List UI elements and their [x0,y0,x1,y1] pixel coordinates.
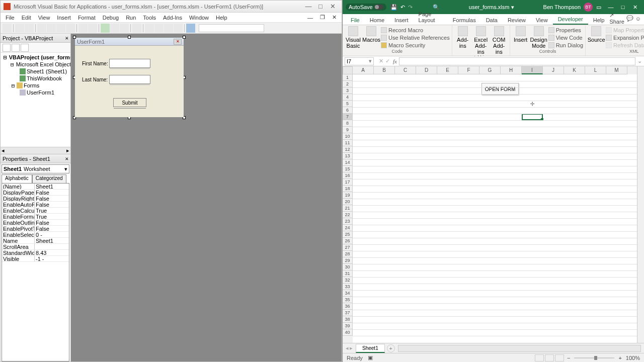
scroll-left-icon[interactable]: ◂ [2,147,5,154]
toolbar-break-icon[interactable] [110,24,119,33]
horizontal-scrollbar[interactable] [398,345,641,352]
toolbar-undo-icon[interactable] [78,24,88,33]
row-header-14[interactable]: 14 [343,159,353,166]
ribbon-properties[interactable]: Properties [548,26,583,34]
menu-help[interactable]: Help [213,14,230,22]
toolbar-save-icon[interactable] [25,24,34,33]
close-button[interactable]: ✕ [327,2,339,11]
row-header-15[interactable]: 15 [343,166,353,172]
sheet-nav-prev-icon[interactable]: ◂ [346,345,349,351]
property-row[interactable]: EnableCalculationTrue [2,208,69,214]
tab-alphabetic[interactable]: Alphabetic [2,174,32,183]
col-header-G[interactable]: G [479,66,501,74]
view-page-break-icon[interactable] [555,354,564,361]
mdi-close[interactable]: ✕ [329,13,340,22]
row-header-30[interactable]: 30 [343,264,353,270]
tab-view[interactable]: View [531,16,553,25]
row-header-25[interactable]: 25 [343,231,353,238]
properties-object-selector[interactable]: Sheet1Worksheet▾ [2,164,69,173]
menu-window[interactable]: Window [186,14,212,22]
col-header-J[interactable]: J [543,66,564,74]
row-header-9[interactable]: 9 [343,127,353,133]
cancel-formula-icon[interactable]: ✕ [379,58,383,64]
col-header-D[interactable]: D [416,66,437,74]
property-row[interactable]: EnablePivotTableFalse [2,226,69,232]
row-header-5[interactable]: 5 [343,101,353,107]
property-row[interactable]: Visible-1 - xlSheetVisible [2,256,69,262]
add-sheet-button[interactable]: + [387,344,395,352]
row-header-11[interactable]: 11 [343,140,353,146]
property-row[interactable]: EnableAutoFilterFalse [2,202,69,208]
tab-developer[interactable]: Developer [553,15,588,25]
ribbon-macros[interactable]: Macros [363,26,380,43]
col-header-E[interactable]: E [437,66,458,74]
toolbar-paste-icon[interactable] [56,24,65,33]
menu-insert[interactable]: Insert [54,14,74,22]
row-header-1[interactable]: 1 [343,74,353,81]
macro-record-icon[interactable]: ▣ [368,354,373,361]
userform-close-icon[interactable]: ✕ [174,39,182,45]
ribbon-design-mode[interactable]: Design Mode [530,26,547,49]
row-header-40[interactable]: 40 [343,329,353,336]
row-header-27[interactable]: 27 [343,244,353,251]
toolbar-redo-icon[interactable] [88,24,97,33]
row-header-19[interactable]: 19 [343,192,353,199]
tab-categorized[interactable]: Categorized [32,174,66,183]
view-normal-icon[interactable] [535,354,544,361]
ribbon-run-dialog[interactable]: Run Dialog [548,41,583,49]
row-header-23[interactable]: 23 [343,218,353,225]
ribbon-visual-basic[interactable]: Visual Basic [345,26,362,49]
autosave-toggle[interactable]: AutoSave [346,4,386,11]
property-row[interactable]: StandardWidth8.43 [2,250,69,256]
row-header-26[interactable]: 26 [343,238,353,244]
share-button[interactable]: ↗ Share [609,12,624,25]
row-header-28[interactable]: 28 [343,251,353,257]
ribbon-source[interactable]: Source [588,26,605,43]
row-header-34[interactable]: 34 [343,290,353,297]
ribbon-display-icon[interactable]: ▭ [593,4,605,11]
qat-redo-icon[interactable]: ↷ [408,4,413,11]
property-row[interactable]: EnableSelection0 - xlNoRestriction [2,232,69,238]
property-row[interactable]: NameSheet1 [2,238,69,244]
userform-designer[interactable]: UserForm1✕ First Name: Last Name: Submit [74,37,185,118]
vertical-scrollbar[interactable] [637,66,644,343]
col-header-B[interactable]: B [374,66,395,74]
zoom-in-icon[interactable]: + [618,355,621,361]
toggle-folders-icon[interactable] [21,44,29,52]
maximize-button[interactable]: □ [314,2,327,11]
row-header-33[interactable]: 33 [343,284,353,290]
view-code-icon[interactable] [3,44,11,52]
row-headers[interactable]: 1234567891011121314151617181920212223242… [343,66,353,343]
row-header-31[interactable]: 31 [343,270,353,277]
row-header-2[interactable]: 2 [343,81,353,87]
enter-formula-icon[interactable]: ✓ [385,58,390,64]
zoom-slider[interactable] [574,357,614,358]
toolbar-reset-icon[interactable] [120,24,129,33]
user-avatar[interactable]: BT [584,3,593,12]
scroll-right-icon[interactable]: ▸ [66,147,69,154]
properties-close-icon[interactable]: ✕ [65,155,68,162]
expand-formula-icon[interactable]: ⌄ [637,58,642,64]
minimize-button[interactable]: — [302,2,314,11]
row-header-29[interactable]: 29 [343,257,353,264]
ribbon-addins[interactable]: Add-ins [454,26,471,49]
property-row[interactable]: ScrollArea [2,244,69,250]
row-header-16[interactable]: 16 [343,172,353,179]
ribbon-expansion-packs[interactable]: Expansion Packs [606,34,644,41]
sheet-tab-sheet1[interactable]: Sheet1 [356,344,385,353]
close-button[interactable]: ✕ [629,4,641,11]
toolbar-cut-icon[interactable] [37,24,46,33]
toolbar-design-icon[interactable] [132,24,141,33]
tab-home[interactable]: Home [365,16,389,25]
menu-addins[interactable]: Add-Ins [160,14,185,22]
menu-file[interactable]: File [3,14,18,22]
col-header-L[interactable]: L [585,66,606,74]
ribbon-insert-control[interactable]: Insert [512,26,529,43]
filename[interactable]: user_forms.xlsm ▾ [440,4,543,11]
name-box[interactable]: I7▾ [345,57,374,65]
tab-data[interactable]: Data [481,16,503,25]
tab-insert[interactable]: Insert [389,16,414,25]
row-header-22[interactable]: 22 [343,212,353,218]
toolbar-copy-icon[interactable] [47,24,56,33]
row-header-18[interactable]: 18 [343,186,353,192]
